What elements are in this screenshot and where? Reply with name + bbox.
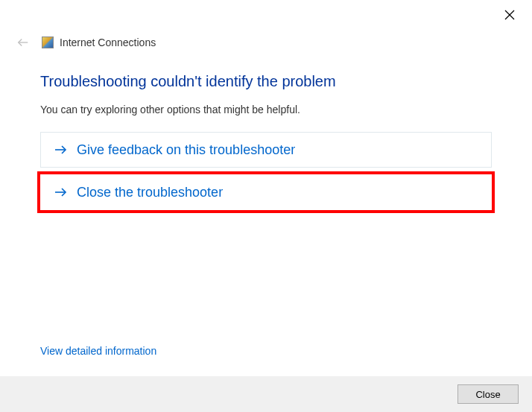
header-row: Internet Connections xyxy=(0,27,532,51)
option-give-feedback[interactable]: Give feedback on this troubleshooter xyxy=(40,132,492,168)
arrow-right-icon xyxy=(53,142,69,158)
titlebar xyxy=(0,0,532,27)
close-button[interactable]: Close xyxy=(457,384,519,404)
content-area: Troubleshooting couldn't identify the pr… xyxy=(0,51,532,210)
back-button[interactable] xyxy=(15,34,31,51)
option-label: Give feedback on this troubleshooter xyxy=(77,142,295,158)
back-arrow-icon xyxy=(16,36,30,49)
arrow-right-icon xyxy=(53,184,69,200)
internet-connections-icon xyxy=(42,37,54,48)
option-close-troubleshooter[interactable]: Close the troubleshooter xyxy=(40,174,492,210)
close-window-button[interactable] xyxy=(501,6,519,24)
sub-text: You can try exploring other options that… xyxy=(40,104,492,115)
main-heading: Troubleshooting couldn't identify the pr… xyxy=(40,73,492,90)
footer-bar: Close xyxy=(0,376,532,412)
view-detailed-information-link[interactable]: View detailed information xyxy=(40,345,156,357)
app-title: Internet Connections xyxy=(60,37,156,48)
option-label: Close the troubleshooter xyxy=(77,185,223,200)
close-icon xyxy=(504,10,515,20)
